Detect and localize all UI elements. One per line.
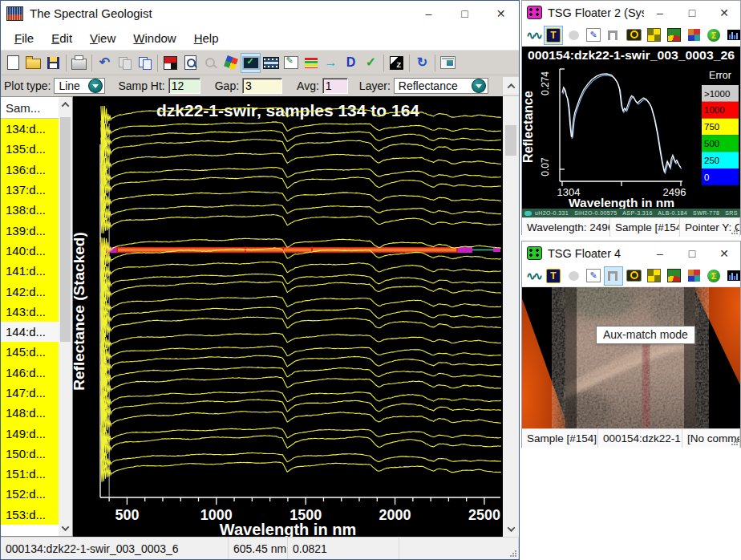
menu-window[interactable]: Window: [124, 28, 184, 48]
scroll-down-button[interactable]: [59, 521, 72, 536]
scroll-up-button[interactable]: [502, 77, 519, 95]
sample-list-item[interactable]: 152:d...: [1, 484, 59, 504]
histogram-icon[interactable]: [724, 26, 741, 45]
filmstrip-icon[interactable]: [261, 53, 281, 73]
aux-match-icon[interactable]: [604, 26, 623, 45]
spectrum-plot[interactable]: 000154:dzk22-1-swir_003_0003_26Reflectan…: [522, 47, 740, 209]
sample-list-item[interactable]: 140:d...: [1, 241, 59, 261]
menu-view[interactable]: View: [81, 28, 124, 48]
aux-match-icon[interactable]: [604, 266, 623, 286]
annotate-icon[interactable]: ✎: [584, 26, 603, 45]
multi-copy-icon[interactable]: [115, 53, 135, 73]
sample-list-scrollbar[interactable]: [59, 97, 72, 536]
gap-input[interactable]: [242, 78, 282, 94]
core-image-panel[interactable]: Aux-match mode: [522, 287, 740, 428]
spectrum-icon[interactable]: ∿∿: [524, 26, 543, 45]
sample-list-item[interactable]: 136:d...: [1, 160, 59, 180]
plot-type-dropdown[interactable]: Line: [54, 78, 105, 94]
close-button[interactable]: ✕: [708, 1, 740, 24]
sample-list-item[interactable]: 134:d...: [1, 119, 59, 139]
chevron-down-icon[interactable]: [88, 79, 103, 93]
close-button[interactable]: ✕: [708, 241, 740, 265]
sample-list-item[interactable]: 148:d...: [1, 403, 59, 423]
next-arrow-icon[interactable]: →: [321, 53, 341, 73]
copy-icon[interactable]: [135, 53, 155, 73]
class-map-icon[interactable]: [664, 266, 683, 286]
oval-icon[interactable]: [564, 266, 583, 286]
stats-sigma-icon[interactable]: Σ: [704, 266, 723, 286]
minimize-button[interactable]: –: [411, 1, 447, 26]
sample-list-item[interactable]: 135:d...: [1, 139, 59, 159]
snapshot-icon[interactable]: [624, 26, 643, 45]
snapshot-icon[interactable]: [624, 266, 643, 286]
sample-list-item[interactable]: 143:d...: [1, 302, 59, 322]
layer-dropdown[interactable]: Reflectance: [394, 78, 488, 94]
domain-d-icon[interactable]: D: [341, 53, 361, 73]
sample-list-item[interactable]: 147:d...: [1, 383, 59, 403]
sample-list-header[interactable]: Sam...: [1, 97, 59, 119]
open-file-icon[interactable]: [23, 53, 43, 73]
resize-grip[interactable]: [509, 550, 517, 558]
edit-plot-icon[interactable]: [281, 53, 301, 73]
maximize-button[interactable]: □: [447, 1, 483, 26]
import-grid-icon[interactable]: [160, 53, 180, 73]
menu-help[interactable]: Help: [185, 28, 228, 48]
stacked-spectra-plot[interactable]: dzk22-1-swir, samples 134 to 164Reflecta…: [73, 96, 502, 537]
sample-list-item[interactable]: 141:d...: [1, 261, 59, 281]
find-document-icon[interactable]: [180, 53, 200, 73]
sample-list-item[interactable]: 151:d...: [1, 464, 59, 484]
stacked-spectra-chart[interactable]: dzk22-1-swir, samples 134 to 164Reflecta…: [73, 96, 503, 538]
zoom-tool-icon[interactable]: [200, 53, 221, 73]
resize-grip[interactable]: [731, 227, 739, 235]
text-mode-icon[interactable]: T: [544, 26, 563, 45]
avg-input[interactable]: [322, 78, 348, 94]
maximize-button[interactable]: □: [676, 1, 708, 24]
oval-icon[interactable]: [564, 26, 583, 45]
sample-list-item[interactable]: 138:d...: [1, 200, 59, 220]
screen-layout-icon[interactable]: [241, 53, 261, 73]
scroll-down-button[interactable]: [504, 521, 518, 537]
annotate-icon[interactable]: ✎: [584, 266, 603, 286]
spectrum-chart[interactable]: 000154:dzk22-1-swir_003_0003_26Reflectan…: [522, 47, 740, 209]
close-button[interactable]: ✕: [483, 1, 519, 26]
stacked-lines-icon[interactable]: [301, 53, 321, 73]
save-icon[interactable]: [43, 53, 63, 73]
refresh-icon[interactable]: ↻: [412, 53, 432, 73]
sample-list-item[interactable]: 146:d...: [1, 363, 59, 383]
sample-list-item[interactable]: 145:d...: [1, 342, 59, 362]
sample-list-item[interactable]: 149:d...: [1, 423, 59, 443]
resize-grip[interactable]: [731, 438, 739, 446]
scrollbar-thumb[interactable]: [505, 125, 516, 156]
sample-list-item[interactable]: 144:d...: [1, 322, 59, 342]
menu-file[interactable]: File: [6, 28, 43, 48]
chevron-down-icon[interactable]: [472, 79, 486, 93]
color-wheel-icon[interactable]: [221, 53, 241, 73]
sample-list-item[interactable]: 142:d...: [1, 281, 59, 301]
scrollbar-thumb[interactable]: [60, 117, 71, 342]
maximize-button[interactable]: □: [676, 241, 708, 265]
plot-scrollbar[interactable]: [502, 96, 519, 537]
sample-list-item[interactable]: 153:d...: [1, 505, 59, 525]
text-mode-icon[interactable]: T: [544, 266, 563, 286]
menu-edit[interactable]: Edit: [43, 28, 81, 48]
print-icon[interactable]: [69, 53, 89, 73]
class-map-icon[interactable]: [664, 26, 683, 45]
sample-list-item[interactable]: 137:d...: [1, 180, 59, 200]
undo-icon[interactable]: ↶: [95, 53, 115, 73]
mosaic-icon[interactable]: [684, 26, 703, 45]
minimize-button[interactable]: –: [644, 1, 676, 24]
floater-window-icon[interactable]: [438, 53, 458, 73]
sample-list-item[interactable]: 150:d...: [1, 444, 59, 464]
grid-view-icon[interactable]: [644, 266, 663, 286]
contrast-icon[interactable]: [387, 53, 407, 73]
sample-list-item[interactable]: 139:d...: [1, 220, 59, 240]
apply-check-icon[interactable]: ✓: [361, 53, 381, 73]
spectrum-icon[interactable]: ∿∿: [524, 266, 543, 286]
samp-ht-input[interactable]: [168, 78, 200, 94]
grid-view-icon[interactable]: [644, 26, 663, 45]
mosaic-icon[interactable]: [684, 266, 703, 286]
histogram-icon[interactable]: [724, 266, 741, 286]
stats-sigma-icon[interactable]: Σ: [704, 26, 723, 45]
minimize-button[interactable]: –: [644, 241, 676, 265]
new-file-icon[interactable]: [3, 53, 23, 73]
